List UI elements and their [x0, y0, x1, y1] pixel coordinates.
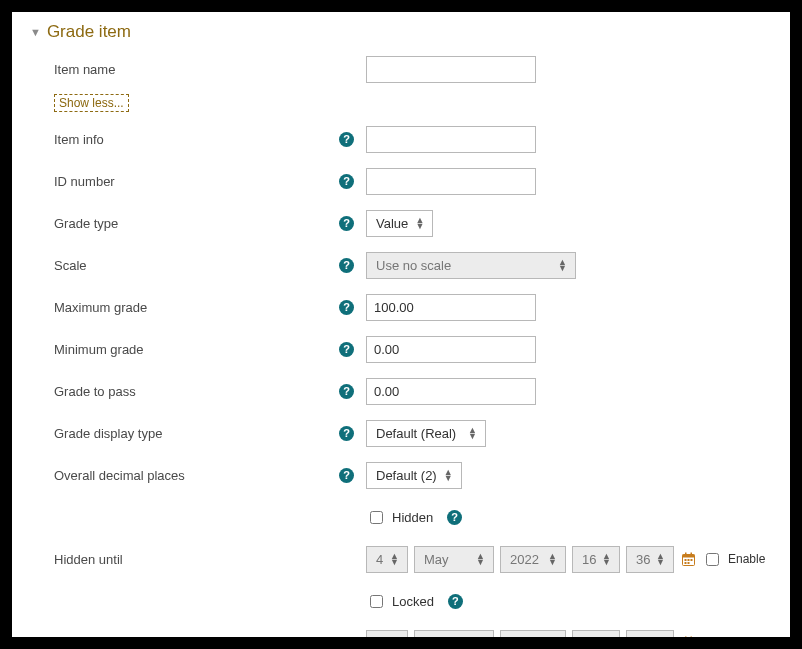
lock-after-minute[interactable]: 36 ▲▼	[626, 630, 674, 638]
id-number-input[interactable]	[366, 168, 536, 195]
sort-icon: ▲▼	[558, 259, 567, 271]
display-type-select[interactable]: Default (Real) ▲▼	[366, 420, 486, 447]
label-scale: Scale	[54, 258, 87, 273]
row-scale: Scale ? Use no scale ▲▼	[30, 248, 772, 282]
row-decimal-places: Overall decimal places ? Default (2) ▲▼	[30, 458, 772, 492]
lock-after-day[interactable]: 4 ▲▼	[366, 630, 408, 638]
svg-rect-11	[685, 636, 687, 637]
label-grade-to-pass: Grade to pass	[54, 384, 136, 399]
row-item-info: Item info ?	[30, 122, 772, 156]
help-icon[interactable]: ?	[339, 426, 354, 441]
label-item-name: Item name	[54, 62, 115, 77]
label-enable: Enable	[728, 552, 765, 566]
sort-icon: ▲▼	[444, 469, 453, 481]
svg-rect-1	[682, 554, 694, 557]
max-grade-input[interactable]	[366, 294, 536, 321]
help-icon[interactable]: ?	[339, 132, 354, 147]
lock-after-hour[interactable]: 16 ▲▼	[572, 630, 620, 638]
row-max-grade: Maximum grade ?	[30, 290, 772, 324]
hidden-checkbox[interactable]	[370, 511, 383, 524]
lock-after-year[interactable]: 2022 ▲▼	[500, 630, 566, 638]
help-icon[interactable]: ?	[339, 216, 354, 231]
row-id-number: ID number ?	[30, 164, 772, 198]
grade-type-select[interactable]: Value ▲▼	[366, 210, 433, 237]
help-icon[interactable]: ?	[339, 384, 354, 399]
label-grade-type: Grade type	[54, 216, 118, 231]
svg-rect-7	[684, 562, 686, 564]
hidden-until-month[interactable]: May ▲▼	[414, 546, 494, 573]
section-header[interactable]: ▼ Grade item	[30, 22, 772, 42]
svg-rect-4	[684, 559, 686, 561]
calendar-icon[interactable]	[680, 635, 696, 637]
help-icon[interactable]: ?	[448, 594, 463, 609]
row-grade-type: Grade type ? Value ▲▼	[30, 206, 772, 240]
caret-down-icon: ▼	[30, 26, 41, 38]
show-less-link[interactable]: Show less...	[54, 94, 129, 112]
min-grade-input[interactable]	[366, 336, 536, 363]
grade-item-panel: ▼ Grade item Item name Show less... Item…	[12, 12, 790, 637]
help-icon[interactable]: ?	[339, 174, 354, 189]
hidden-until-day[interactable]: 4 ▲▼	[366, 546, 408, 573]
label-id-number: ID number	[54, 174, 115, 189]
help-icon[interactable]: ?	[339, 300, 354, 315]
lock-after-enable-checkbox[interactable]	[706, 637, 719, 638]
help-icon[interactable]: ?	[447, 510, 462, 525]
section-title: Grade item	[47, 22, 131, 42]
row-grade-to-pass: Grade to pass ?	[30, 374, 772, 408]
row-item-name: Item name	[30, 52, 772, 86]
grade-to-pass-input[interactable]	[366, 378, 536, 405]
help-icon[interactable]: ?	[339, 468, 354, 483]
label-item-info: Item info	[54, 132, 104, 147]
label-hidden-until: Hidden until	[54, 552, 123, 567]
hidden-until-hour[interactable]: 16 ▲▼	[572, 546, 620, 573]
row-hidden: Hidden ?	[30, 500, 772, 534]
row-lock-after: Lock after 4 ▲▼ May ▲▼ 2022 ▲▼ 16 ▲▼ 36	[30, 626, 772, 637]
row-display-type: Grade display type ? Default (Real) ▲▼	[30, 416, 772, 450]
hidden-until-enable-checkbox[interactable]	[706, 553, 719, 566]
label-display-type: Grade display type	[54, 426, 162, 441]
hidden-until-year[interactable]: 2022 ▲▼	[500, 546, 566, 573]
sort-icon: ▲▼	[468, 427, 477, 439]
lock-after-month[interactable]: May ▲▼	[414, 630, 494, 638]
svg-rect-12	[690, 636, 692, 637]
decimal-places-select[interactable]: Default (2) ▲▼	[366, 462, 462, 489]
sort-icon: ▲▼	[476, 553, 485, 565]
svg-rect-2	[685, 552, 687, 555]
hidden-until-minute[interactable]: 36 ▲▼	[626, 546, 674, 573]
svg-rect-3	[690, 552, 692, 555]
label-hidden: Hidden	[392, 510, 433, 525]
help-icon[interactable]: ?	[339, 342, 354, 357]
locked-checkbox[interactable]	[370, 595, 383, 608]
svg-rect-6	[690, 559, 692, 561]
sort-icon: ▲▼	[390, 553, 399, 565]
row-locked: Locked ?	[30, 584, 772, 618]
sort-icon: ▲▼	[656, 553, 665, 565]
sort-icon: ▲▼	[602, 553, 611, 565]
label-enable: Enable	[728, 636, 765, 637]
sort-icon: ▲▼	[548, 553, 557, 565]
label-decimal-places: Overall decimal places	[54, 468, 185, 483]
svg-rect-5	[687, 559, 689, 561]
label-min-grade: Minimum grade	[54, 342, 144, 357]
row-hidden-until: Hidden until 4 ▲▼ May ▲▼ 2022 ▲▼ 16 ▲▼ 3…	[30, 542, 772, 576]
label-locked: Locked	[392, 594, 434, 609]
calendar-icon[interactable]	[680, 551, 696, 567]
label-lock-after: Lock after	[54, 636, 111, 638]
svg-rect-8	[687, 562, 689, 564]
item-name-input[interactable]	[366, 56, 536, 83]
help-icon[interactable]: ?	[339, 258, 354, 273]
sort-icon: ▲▼	[415, 217, 424, 229]
label-max-grade: Maximum grade	[54, 300, 147, 315]
scale-select: Use no scale ▲▼	[366, 252, 576, 279]
row-min-grade: Minimum grade ?	[30, 332, 772, 366]
item-info-input[interactable]	[366, 126, 536, 153]
